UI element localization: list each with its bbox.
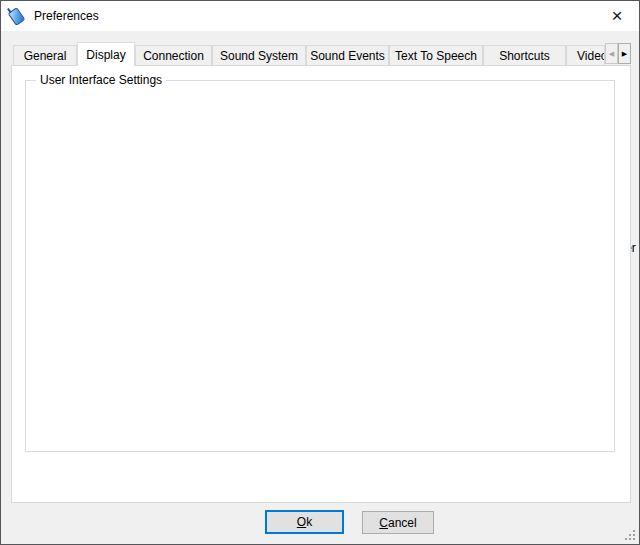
cancel-button[interactable]: Cancel: [362, 511, 434, 534]
titlebar: Preferences ×: [1, 1, 639, 31]
resize-grip[interactable]: [633, 538, 635, 540]
group-title: User Interface Settings: [36, 73, 166, 87]
tab-shortcuts[interactable]: Shortcuts: [483, 45, 566, 65]
tab-label: Display: [86, 48, 125, 62]
close-icon[interactable]: ×: [601, 1, 633, 31]
window-title: Preferences: [34, 9, 99, 23]
tab-text-to-speech[interactable]: Text To Speech: [389, 45, 483, 65]
tab-label: Connection: [143, 49, 204, 63]
tab-video[interactable]: Video: [566, 45, 605, 65]
tab-label: Sound System: [220, 49, 298, 63]
app-icon: [8, 7, 26, 26]
tab-scroll-right-icon[interactable]: ▶: [618, 43, 631, 64]
tab-sound-system[interactable]: Sound System: [212, 45, 306, 65]
cancel-button-label: Cancel: [379, 516, 416, 530]
tab-label: Shortcuts: [499, 49, 550, 63]
ok-button[interactable]: Ok: [265, 510, 344, 534]
tab-label: Video: [577, 49, 605, 63]
tab-label: Text To Speech: [395, 49, 477, 63]
tab-scroll-left-icon[interactable]: ◀: [605, 43, 618, 64]
tab-sound-events[interactable]: Sound Events: [306, 45, 389, 65]
tab-connection[interactable]: Connection: [135, 45, 212, 65]
tab-display[interactable]: Display: [77, 42, 135, 66]
user-interface-settings-group: User Interface Settings: [25, 80, 615, 452]
preferences-dialog: Preferences × General Display Connection…: [0, 0, 640, 545]
tab-label: Sound Events: [310, 49, 385, 63]
tab-label: General: [24, 49, 67, 63]
tab-general[interactable]: General: [13, 45, 77, 65]
display-tab-page: User Interface Settings: [11, 65, 631, 503]
ok-button-label: Ok: [297, 515, 312, 529]
